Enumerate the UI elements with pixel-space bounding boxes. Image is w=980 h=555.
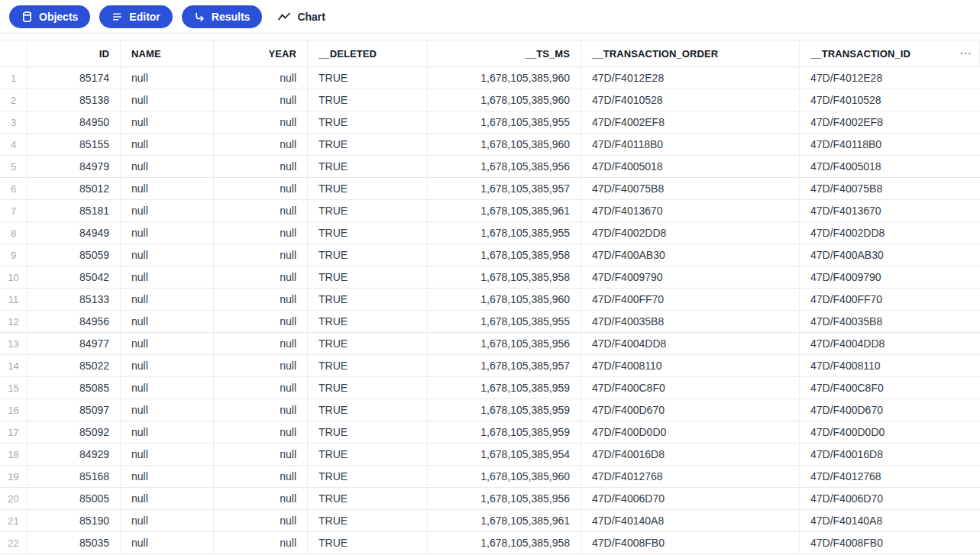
table-cell-transaction_order[interactable]: 47D/F4004DD8 [581, 333, 800, 354]
table-cell-id[interactable]: 85092 [27, 421, 121, 443]
table-cell-name[interactable]: null [121, 289, 214, 310]
table-cell-transaction_id[interactable]: 47D/F40016D8 [800, 444, 980, 465]
table-cell-ts_ms[interactable]: 1,678,105,385,959 [428, 421, 581, 443]
table-cell-transaction_id[interactable]: 47D/F4008FB0 [800, 532, 980, 553]
table-cell-name[interactable]: null [121, 399, 214, 421]
table-cell-transaction_order[interactable]: 47D/F400D670 [581, 399, 800, 421]
table-cell-id[interactable]: 85174 [27, 67, 121, 89]
table-cell-deleted[interactable]: TRUE [308, 510, 428, 531]
table-cell-year[interactable]: null [214, 488, 308, 509]
table-cell-name[interactable]: null [121, 532, 214, 553]
table-cell-transaction_order[interactable]: 47D/F4005018 [581, 156, 800, 177]
table-cell-transaction_id[interactable]: 47D/F400FF70 [800, 289, 980, 310]
column-header-transaction_order[interactable]: __TRANSACTION_ORDER [581, 40, 800, 66]
table-cell-id[interactable]: 84950 [27, 111, 121, 133]
table-cell-ts_ms[interactable]: 1,678,105,385,957 [428, 355, 581, 376]
objects-button[interactable]: Objects [9, 5, 90, 28]
table-cell-ts_ms[interactable]: 1,678,105,385,958 [428, 266, 581, 288]
table-cell-deleted[interactable]: TRUE [308, 111, 428, 133]
table-cell-transaction_order[interactable]: 47D/F40035B8 [581, 311, 800, 332]
table-cell-transaction_id[interactable]: 47D/F4010528 [800, 89, 980, 111]
table-cell-deleted[interactable]: TRUE [308, 134, 428, 155]
table-cell-transaction_id[interactable]: 47D/F40140A8 [800, 510, 980, 531]
table-cell-transaction_order[interactable]: 47D/F4012768 [581, 466, 800, 487]
table-cell-year[interactable]: null [214, 377, 308, 399]
table-cell-transaction_id[interactable]: 47D/F4002DD8 [800, 222, 980, 244]
table-cell-transaction_order[interactable]: 47D/F4008110 [581, 355, 800, 376]
table-cell-transaction_id[interactable]: 47D/F4009790 [800, 266, 980, 288]
table-cell-ts_ms[interactable]: 1,678,105,385,959 [428, 399, 581, 421]
table-cell-name[interactable]: null [121, 111, 214, 133]
table-cell-transaction_order[interactable]: 47D/F4010528 [581, 89, 800, 111]
table-cell-name[interactable]: null [121, 222, 214, 244]
table-cell-transaction_order[interactable]: 47D/F400FF70 [581, 289, 800, 310]
table-cell-transaction_id[interactable]: 47D/F400AB30 [800, 244, 980, 266]
table-cell-year[interactable]: null [214, 444, 308, 465]
table-cell-year[interactable]: null [214, 289, 308, 310]
editor-button[interactable]: Editor [99, 5, 172, 28]
table-cell-transaction_id[interactable]: 47D/F4012E28 [800, 67, 980, 89]
table-cell-deleted[interactable]: TRUE [308, 355, 428, 376]
table-cell-year[interactable]: null [214, 244, 308, 266]
table-cell-ts_ms[interactable]: 1,678,105,385,960 [428, 67, 581, 89]
table-cell-year[interactable]: null [214, 200, 308, 221]
table-cell-year[interactable]: null [214, 266, 308, 288]
table-cell-name[interactable]: null [121, 510, 214, 531]
table-cell-transaction_id[interactable]: 47D/F400D0D0 [800, 421, 980, 443]
table-cell-transaction_order[interactable]: 47D/F40140A8 [581, 510, 800, 531]
table-cell-transaction_id[interactable]: 47D/F40035B8 [800, 311, 980, 332]
table-cell-ts_ms[interactable]: 1,678,105,385,960 [428, 134, 581, 155]
table-cell-name[interactable]: null [121, 333, 214, 354]
table-cell-deleted[interactable]: TRUE [308, 444, 428, 465]
table-cell-name[interactable]: null [121, 488, 214, 509]
table-cell-name[interactable]: null [121, 355, 214, 376]
table-cell-transaction_id[interactable]: 47D/F40118B0 [800, 134, 980, 155]
table-cell-year[interactable]: null [214, 421, 308, 443]
table-cell-id[interactable]: 85059 [27, 244, 121, 266]
results-button[interactable]: Results [182, 5, 263, 28]
table-cell-id[interactable]: 85133 [27, 289, 121, 310]
table-cell-id[interactable]: 84977 [27, 333, 121, 354]
table-cell-year[interactable]: null [214, 111, 308, 133]
table-cell-year[interactable]: null [214, 156, 308, 177]
table-cell-deleted[interactable]: TRUE [308, 488, 428, 509]
table-cell-transaction_id[interactable]: 47D/F4012768 [800, 466, 980, 487]
table-cell-transaction_id[interactable]: 47D/F400C8F0 [800, 377, 980, 399]
table-cell-deleted[interactable]: TRUE [308, 156, 428, 177]
table-cell-transaction_id[interactable]: 47D/F4002EF8 [800, 111, 980, 133]
table-cell-name[interactable]: null [121, 200, 214, 221]
table-cell-id[interactable]: 85168 [27, 466, 121, 487]
table-cell-ts_ms[interactable]: 1,678,105,385,955 [428, 311, 581, 332]
table-cell-year[interactable]: null [214, 89, 308, 111]
column-header-deleted[interactable]: __DELETED [308, 40, 428, 66]
table-cell-transaction_order[interactable]: 47D/F40118B0 [581, 134, 800, 155]
table-cell-name[interactable]: null [121, 311, 214, 332]
table-cell-transaction_order[interactable]: 47D/F40075B8 [581, 178, 800, 199]
table-cell-transaction_order[interactable]: 47D/F4012E28 [581, 67, 800, 89]
table-cell-transaction_order[interactable]: 47D/F4013670 [581, 200, 800, 221]
table-cell-name[interactable]: null [121, 244, 214, 266]
tab-chart[interactable]: Chart [277, 5, 325, 28]
table-cell-transaction_order[interactable]: 47D/F400D0D0 [581, 421, 800, 443]
table-cell-ts_ms[interactable]: 1,678,105,385,958 [428, 532, 581, 553]
table-cell-deleted[interactable]: TRUE [308, 244, 428, 266]
table-cell-transaction_id[interactable]: 47D/F4008110 [800, 355, 980, 376]
table-cell-id[interactable]: 85022 [27, 355, 121, 376]
table-cell-transaction_id[interactable]: 47D/F400D670 [800, 399, 980, 421]
table-cell-name[interactable]: null [121, 421, 214, 443]
table-cell-deleted[interactable]: TRUE [308, 67, 428, 89]
table-cell-id[interactable]: 85138 [27, 89, 121, 111]
table-cell-ts_ms[interactable]: 1,678,105,385,954 [428, 444, 581, 465]
table-cell-transaction_id[interactable]: 47D/F4004DD8 [800, 333, 980, 354]
table-cell-name[interactable]: null [121, 156, 214, 177]
table-cell-transaction_order[interactable]: 47D/F400C8F0 [581, 377, 800, 399]
table-cell-name[interactable]: null [121, 377, 214, 399]
table-cell-year[interactable]: null [214, 466, 308, 487]
table-cell-deleted[interactable]: TRUE [308, 532, 428, 553]
column-header-year[interactable]: YEAR [214, 40, 308, 66]
table-cell-deleted[interactable]: TRUE [308, 89, 428, 111]
table-cell-ts_ms[interactable]: 1,678,105,385,956 [428, 156, 581, 177]
table-cell-id[interactable]: 85155 [27, 134, 121, 155]
table-cell-transaction_order[interactable]: 47D/F4002DD8 [581, 222, 800, 244]
table-cell-name[interactable]: null [121, 266, 214, 288]
